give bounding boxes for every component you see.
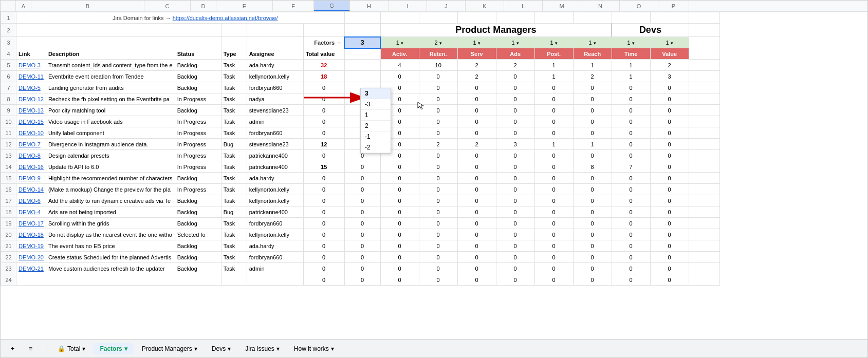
cell-g[interactable] [344,71,380,82]
g3-selected[interactable]: 3 [344,37,380,48]
cell-link[interactable]: DEMO-9 [16,173,46,184]
cell-g[interactable]: 0 [344,274,380,286]
cell-l[interactable]: 0 [534,206,573,218]
cell-l[interactable]: 0 [534,105,573,116]
cell-n[interactable]: 1 [612,60,650,71]
cell-h[interactable]: 0 [380,184,419,195]
cell-m[interactable]: 0 [573,252,612,263]
cell-link[interactable]: DEMO-4 [16,206,46,218]
cell-link[interactable]: DEMO-3 [16,60,46,71]
cell-j[interactable]: 0 [457,240,496,252]
k3-num[interactable]: 1 ▾ [496,37,534,48]
cell-o[interactable]: 0 [650,252,689,263]
tab-how-it-works[interactable]: How it works ▾ [288,343,340,354]
cell-m[interactable]: 8 [573,161,612,173]
cell-g[interactable]: 0 [344,252,380,263]
cell-link[interactable]: DEMO-11 [16,71,46,82]
cell-j[interactable]: 0 [457,218,496,229]
i3-num[interactable]: 2 ▾ [419,37,457,48]
cell-n[interactable]: 0 [612,93,650,105]
cell-j[interactable]: 0 [457,105,496,116]
cell-h[interactable]: 0 [380,206,419,218]
cell-g[interactable]: 0 [344,229,380,240]
cell-h[interactable]: 0 [380,173,419,184]
cell-h[interactable]: 0 [380,161,419,173]
cell-j[interactable]: 0 [457,229,496,240]
cell-j[interactable]: 2 [457,71,496,82]
h3-num[interactable]: 1 ▾ [380,37,419,48]
cell-m[interactable]: 0 [573,116,612,127]
cell-m[interactable]: 0 [573,173,612,184]
cell-n[interactable]: 0 [612,218,650,229]
cell-i[interactable]: 0 [419,184,457,195]
cell-o[interactable]: 0 [650,105,689,116]
cell-n[interactable]: 0 [612,116,650,127]
cell-i[interactable]: 0 [419,105,457,116]
cell-o[interactable]: 0 [650,173,689,184]
tab-devs[interactable]: Devs ▾ [206,343,237,354]
factor-dropdown[interactable]: 3 -3 1 2 -1 -2 [360,88,391,154]
cell-l[interactable]: 0 [534,240,573,252]
cell-o[interactable]: 0 [650,240,689,252]
cell-l[interactable]: 0 [534,229,573,240]
cell-g[interactable]: 0 [344,195,380,206]
cell-n[interactable]: 7 [612,161,650,173]
cell-o[interactable]: 0 [650,127,689,139]
cell-link[interactable]: DEMO-19 [16,240,46,252]
cell-l[interactable]: 0 [534,184,573,195]
cell-j[interactable]: 0 [457,82,496,93]
cell-o[interactable]: 0 [650,206,689,218]
cell-link[interactable]: DEMO-8 [16,150,46,161]
cell-o[interactable]: 0 [650,184,689,195]
cell-link[interactable]: DEMO-10 [16,127,46,139]
cell-g[interactable]: 0 [344,240,380,252]
cell-link[interactable]: DEMO-14 [16,184,46,195]
dropdown-item-1[interactable]: 1 [361,110,391,121]
cell-i[interactable]: 0 [419,173,457,184]
dropdown-item-2[interactable]: 2 [361,121,391,131]
cell-link[interactable]: DEMO-20 [16,252,46,263]
cell-m[interactable]: 1 [573,60,612,71]
cell-i[interactable]: 2 [419,139,457,150]
cell-n[interactable]: 0 [612,173,650,184]
cell-h[interactable]: 0 [380,195,419,206]
cell-g[interactable]: 0 [344,173,380,184]
cell-l[interactable]: 0 [534,274,573,286]
dropdown-item-neg3[interactable]: -3 [361,99,391,110]
cell-k[interactable]: 0 [496,116,534,127]
dropdown-item-3[interactable]: 3 [361,88,391,99]
cell-o[interactable]: 3 [650,71,689,82]
cell-o[interactable]: 0 [650,274,689,286]
cell-l[interactable]: 0 [534,116,573,127]
cell-n[interactable]: 0 [612,105,650,116]
cell-j[interactable]: 0 [457,252,496,263]
cell-h[interactable]: 0 [380,274,419,286]
cell-j[interactable]: 0 [457,161,496,173]
cell-n[interactable]: 0 [612,263,650,274]
cell-o[interactable]: 0 [650,150,689,161]
cell-n[interactable]: 0 [612,274,650,286]
cell-link[interactable]: DEMO-15 [16,116,46,127]
cell-n[interactable]: 0 [612,252,650,263]
cell-n[interactable]: 0 [612,195,650,206]
cell-i[interactable]: 0 [419,218,457,229]
cell-k[interactable]: 0 [496,127,534,139]
cell-j[interactable]: 0 [457,116,496,127]
cell-g[interactable]: 0 [344,161,380,173]
cell-k[interactable]: 0 [496,240,534,252]
cell-l[interactable]: 1 [534,60,573,71]
cell-l[interactable]: 1 [534,71,573,82]
cell-l[interactable]: 0 [534,263,573,274]
cell-j[interactable]: 0 [457,206,496,218]
cell-j[interactable]: 0 [457,195,496,206]
cell-l[interactable]: 1 [534,139,573,150]
cell-g[interactable]: 0 [344,263,380,274]
cell-m[interactable]: 0 [573,150,612,161]
n3-num[interactable]: 1 ▾ [612,37,650,48]
cell-o[interactable]: 2 [650,60,689,71]
cell-n[interactable]: 0 [612,206,650,218]
cell-j[interactable]: 0 [457,274,496,286]
cell-i[interactable]: 0 [419,93,457,105]
cell-k[interactable]: 0 [496,184,534,195]
cell-i[interactable]: 0 [419,116,457,127]
